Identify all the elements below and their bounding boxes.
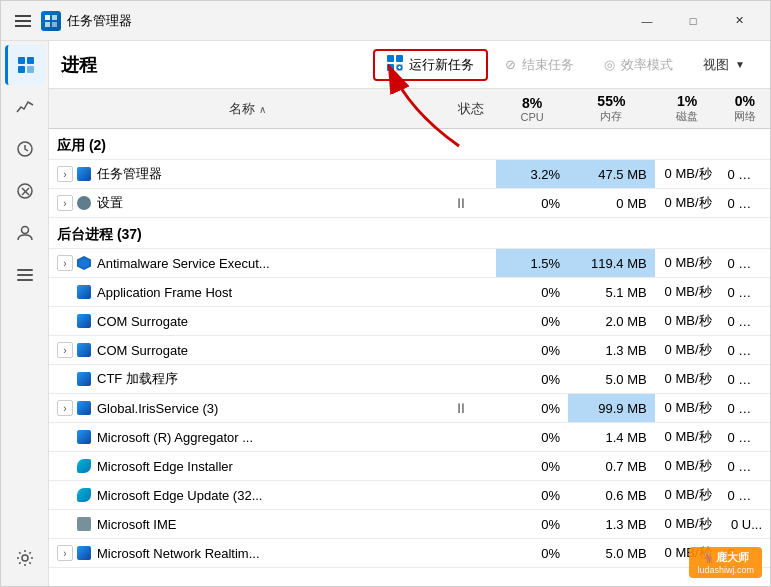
process-table-container[interactable]: 名称 ∧ 状态 8% CPU 55% [49, 89, 770, 586]
users-icon [16, 224, 34, 242]
title-bar: 任务管理器 — □ ✕ [1, 1, 770, 41]
sidebar-item-users[interactable] [5, 213, 45, 253]
expand-icon[interactable]: › [57, 400, 73, 416]
svg-rect-4 [52, 15, 57, 20]
title-bar-title: 任务管理器 [67, 12, 624, 30]
process-name-cell: Microsoft (R) Aggregator ... [49, 423, 446, 452]
process-name: 任务管理器 [97, 165, 162, 183]
process-name-cell: › Antimalware Service Execut... [49, 249, 446, 278]
name-column-header[interactable]: 名称 ∧ [49, 89, 446, 129]
sidebar-item-settings[interactable] [5, 538, 45, 578]
table-row[interactable]: › Antimalware Service Execut... 1.5% 119… [49, 249, 770, 278]
net-cell: 0 Mbps [720, 394, 770, 423]
table-row[interactable]: › 设置 ⏸ 0% 0 MB 0 MB/秒 0 Mbps [49, 189, 770, 218]
hamburger-menu-icon[interactable] [9, 7, 37, 35]
mem-cell: 5.0 MB [568, 539, 655, 568]
view-button[interactable]: 视图 ▼ [690, 49, 758, 81]
mem-cell: 2.0 MB [568, 307, 655, 336]
table-row[interactable]: Microsoft (R) Aggregator ... 0% 1.4 MB 0… [49, 423, 770, 452]
cpu-cell: 0% [496, 481, 568, 510]
status-cell [446, 452, 496, 481]
process-name-cell: › Microsoft Network Realtim... [49, 539, 446, 568]
process-name: Microsoft Edge Installer [97, 459, 233, 474]
cpu-cell: 3.2% [496, 160, 568, 189]
mem-cell: 1.3 MB [568, 510, 655, 539]
net-column-header[interactable]: 0% 网络 [720, 89, 770, 129]
table-row[interactable]: CTF 加载程序 0% 5.0 MB 0 MB/秒 0 Mbps [49, 365, 770, 394]
process-name: Microsoft Edge Update (32... [97, 488, 262, 503]
mem-percent: 55% [576, 93, 647, 109]
status-cell [446, 365, 496, 394]
table-row[interactable]: › COM Surrogate 0% 1.3 MB 0 MB/秒 0 Mbps [49, 336, 770, 365]
table-row[interactable]: › Global.IrisService (3) ⏸ 0% 99.9 MB 0 … [49, 394, 770, 423]
status-cell: ⏸ [446, 189, 496, 218]
section-header: 应用 (2) [49, 129, 770, 160]
sidebar-item-details[interactable] [5, 255, 45, 295]
table-row[interactable]: Microsoft Edge Update (32... 0% 0.6 MB 0… [49, 481, 770, 510]
mem-cell: 47.5 MB [568, 160, 655, 189]
run-new-task-button[interactable]: 运行新任务 [373, 49, 488, 81]
status-cell [446, 423, 496, 452]
minimize-button[interactable]: — [624, 1, 670, 41]
process-name: 设置 [97, 194, 123, 212]
startup-icon [16, 182, 34, 200]
mem-cell: 5.0 MB [568, 365, 655, 394]
details-icon [16, 266, 34, 284]
process-name-cell: CTF 加载程序 [49, 365, 446, 394]
table-row[interactable]: › 任务管理器 3.2% 47.5 MB 0 MB/秒 0 Mbps [49, 160, 770, 189]
cpu-cell: 0% [496, 336, 568, 365]
expand-icon[interactable]: › [57, 255, 73, 271]
end-task-icon: ⊘ [505, 57, 516, 72]
mem-label: 内存 [576, 109, 647, 124]
process-name-cell: › Global.IrisService (3) [49, 394, 446, 423]
table-row[interactable]: Application Frame Host 0% 5.1 MB 0 MB/秒 … [49, 278, 770, 307]
status-label: 状态 [458, 101, 484, 116]
settings-icon [16, 549, 34, 567]
disk-cell: 0 MB/秒 [655, 189, 720, 218]
net-cell: 0 Mbps [720, 278, 770, 307]
expand-icon[interactable]: › [57, 342, 73, 358]
sidebar-item-startup[interactable] [5, 171, 45, 211]
performance-icon [16, 98, 34, 116]
net-cell: 0 Mbps [720, 336, 770, 365]
cpu-percent: 8% [504, 95, 560, 111]
status-cell [446, 160, 496, 189]
mem-column-header[interactable]: 55% 内存 [568, 89, 655, 129]
status-cell [446, 336, 496, 365]
end-task-button[interactable]: ⊘ 结束任务 [492, 49, 587, 81]
close-button[interactable]: ✕ [716, 1, 762, 41]
process-name: Microsoft IME [97, 517, 176, 532]
cpu-column-header[interactable]: 8% CPU [496, 89, 568, 129]
svg-rect-22 [387, 64, 394, 71]
name-label: 名称 [229, 101, 255, 116]
sidebar [1, 41, 49, 586]
table-row[interactable]: › Microsoft Network Realtim... 0% 5.0 MB… [49, 539, 770, 568]
efficiency-mode-button[interactable]: ◎ 效率模式 [591, 49, 686, 81]
disk-cell: 0 MB/秒 [655, 278, 720, 307]
status-cell: ⏸ [446, 394, 496, 423]
expand-icon[interactable]: › [57, 166, 73, 182]
expand-icon[interactable]: › [57, 545, 73, 561]
disk-cell: 0 MB/秒 [655, 423, 720, 452]
mem-cell: 0 MB [568, 189, 655, 218]
disk-column-header[interactable]: 1% 磁盘 [655, 89, 720, 129]
view-label: 视图 [703, 56, 729, 74]
net-cell: 0 Mbps [720, 307, 770, 336]
maximize-button[interactable]: □ [670, 1, 716, 41]
sidebar-item-processes[interactable] [5, 45, 45, 85]
efficiency-icon: ◎ [604, 57, 615, 72]
cpu-cell: 1.5% [496, 249, 568, 278]
mem-cell: 0.7 MB [568, 452, 655, 481]
table-row[interactable]: Microsoft Edge Installer 0% 0.7 MB 0 MB/… [49, 452, 770, 481]
svg-rect-16 [17, 269, 33, 271]
process-name: COM Surrogate [97, 343, 188, 358]
expand-icon[interactable]: › [57, 195, 73, 211]
status-column-header[interactable]: 状态 [446, 89, 496, 129]
run-task-icon [387, 55, 403, 74]
sidebar-item-history[interactable] [5, 129, 45, 169]
cpu-cell: 0% [496, 452, 568, 481]
table-row[interactable]: COM Surrogate 0% 2.0 MB 0 MB/秒 0 Mbps [49, 307, 770, 336]
table-row[interactable]: Microsoft IME 0% 1.3 MB 0 MB/秒 0 U... [49, 510, 770, 539]
process-name-cell: › 设置 [49, 189, 446, 218]
sidebar-item-performance[interactable] [5, 87, 45, 127]
